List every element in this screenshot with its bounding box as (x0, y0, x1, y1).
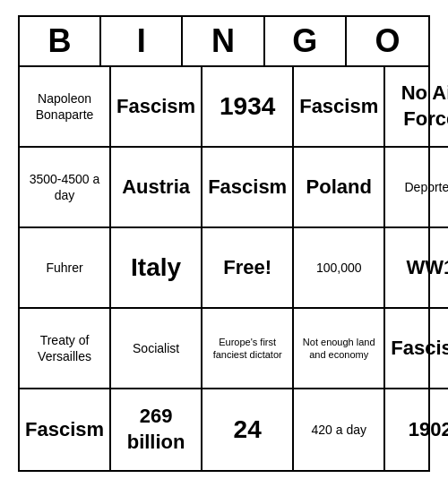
header-letter: G (265, 17, 347, 65)
bingo-cell: Napoleon Bonaparte (20, 67, 111, 148)
bingo-cell: Fascism (294, 67, 385, 148)
bingo-grid: Napoleon BonaparteFascism1934FascismNo A… (20, 67, 428, 470)
bingo-cell: 1902 (385, 389, 448, 470)
header-letter: I (101, 17, 183, 65)
bingo-cell: Italy (111, 228, 202, 309)
bingo-cell: Not enough land and economy (294, 309, 385, 389)
bingo-cell: Europe's first fanciest dictator (202, 309, 294, 389)
bingo-cell: Socialist (111, 309, 202, 389)
bingo-cell: 100,000 (294, 228, 385, 309)
bingo-cell: 1934 (202, 67, 294, 148)
bingo-card: BINGO Napoleon BonaparteFascism1934Fasci… (18, 15, 430, 472)
header-letter: O (347, 17, 428, 65)
bingo-cell: 3500-4500 a day (20, 148, 111, 228)
bingo-cell: Fuhrer (20, 228, 111, 309)
header-letter: N (183, 17, 264, 65)
bingo-cell: Austria (111, 148, 202, 228)
bingo-cell: WW1 (385, 228, 448, 309)
bingo-cell: 24 (202, 389, 294, 470)
bingo-cell: Poland (294, 148, 385, 228)
bingo-cell: No Air Force (385, 67, 448, 148)
bingo-cell: Fascism (202, 148, 294, 228)
bingo-cell: Fascism (20, 389, 111, 470)
header-letter: B (20, 17, 101, 65)
bingo-cell: Fascism (111, 67, 202, 148)
bingo-cell: 269 billion (111, 389, 202, 470)
bingo-cell: Treaty of Versailles (20, 309, 111, 389)
bingo-cell: Fascism (385, 309, 448, 389)
bingo-cell: Free! (202, 228, 294, 309)
bingo-cell: 420 a day (294, 389, 385, 470)
bingo-header: BINGO (20, 17, 428, 67)
bingo-cell: Deported (385, 148, 448, 228)
